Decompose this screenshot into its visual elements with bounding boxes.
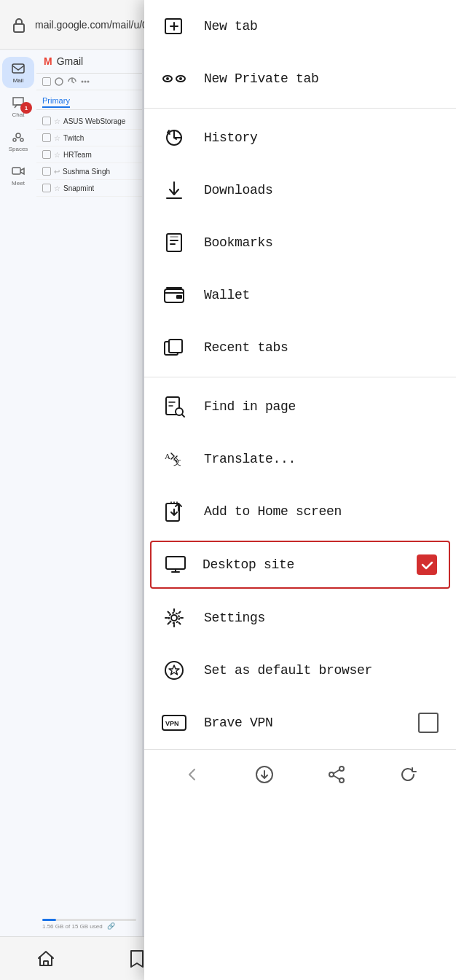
checkbox-unchecked-icon	[418, 713, 439, 733]
gmail-nav-mail: Mail 1	[2, 57, 34, 88]
svg-point-30	[165, 662, 183, 679]
downloads-label: Downloads	[204, 183, 273, 197]
new-tab-icon	[162, 14, 186, 39]
history-label: History	[204, 130, 258, 145]
menu-item-downloads[interactable]: Downloads	[144, 164, 456, 216]
menu-item-wallet[interactable]: Wallet	[144, 269, 456, 321]
add-home-label: Add to Home screen	[204, 504, 342, 519]
svg-rect-3	[12, 64, 24, 73]
lock-icon	[9, 15, 29, 35]
new-private-tab-label: New Private tab	[204, 71, 319, 86]
settings-icon	[162, 605, 186, 630]
add-home-icon	[162, 499, 186, 524]
menu-bottom-toolbar	[144, 749, 456, 799]
default-browser-icon	[162, 658, 186, 683]
downloads-icon	[162, 178, 186, 203]
find-icon	[162, 394, 186, 419]
svg-point-9	[82, 81, 84, 83]
share-button[interactable]	[321, 758, 353, 791]
recent-tabs-icon	[162, 335, 186, 360]
translate-icon: A 文	[162, 447, 186, 471]
private-tab-icon	[162, 66, 186, 91]
svg-point-4	[16, 133, 20, 138]
menu-divider-2	[144, 377, 456, 377]
menu-item-settings[interactable]: Settings	[144, 592, 456, 644]
svg-rect-0	[14, 24, 24, 32]
svg-point-6	[20, 138, 23, 141]
recent-tabs-label: Recent tabs	[204, 340, 288, 355]
new-tab-label: New tab	[204, 19, 258, 34]
translate-label: Translate...	[204, 452, 296, 466]
menu-item-bookmarks[interactable]: Bookmarks	[144, 216, 456, 269]
svg-point-36	[339, 778, 344, 783]
gmail-email-row: ☆ Twitch	[36, 130, 142, 146]
svg-point-28	[171, 615, 177, 621]
menu-item-translate[interactable]: A 文 Translate...	[144, 433, 456, 485]
brave-vpn-label: Brave VPN	[204, 716, 273, 730]
svg-text:A: A	[165, 452, 170, 460]
gmail-email-row: ☆ HRTeam	[36, 146, 142, 163]
svg-text:VPN: VPN	[165, 720, 179, 727]
gmail-main-content: M Gmail Primary ☆ ASUS WebStorage ☆ Twit…	[36, 50, 142, 936]
brave-vpn-checkbox[interactable]	[418, 713, 439, 733]
menu-item-recent-tabs[interactable]: Recent tabs	[144, 321, 456, 374]
svg-point-16	[179, 77, 182, 80]
desktop-site-checkbox[interactable]	[417, 554, 437, 575]
wallet-icon	[162, 283, 186, 307]
svg-point-11	[87, 81, 90, 83]
svg-point-10	[84, 81, 87, 83]
menu-item-add-home[interactable]: Add to Home screen	[144, 485, 456, 538]
gmail-sidebar: Mail 1 Chat Spaces Meet	[0, 50, 36, 936]
menu-item-brave-vpn[interactable]: VPN Brave VPN	[144, 697, 456, 749]
gmail-storage-info: 1.56 GB of 15 GB used 🔗	[36, 916, 142, 933]
gmail-email-row: ↩ Sushma Singh	[36, 163, 142, 180]
desktop-icon	[163, 552, 188, 577]
menu-item-desktop-site[interactable]: Desktop site	[150, 541, 450, 589]
svg-rect-37	[44, 961, 48, 965]
bookmarks-label: Bookmarks	[204, 235, 273, 250]
vpn-icon: VPN	[162, 710, 186, 735]
menu-item-set-default[interactable]: Set as default browser	[144, 644, 456, 697]
gmail-background: Mail 1 Chat Spaces Meet M Gmail Primary	[0, 0, 142, 980]
context-menu: New tab New Private tab History	[144, 0, 456, 980]
menu-item-history[interactable]: History	[144, 111, 456, 164]
settings-label: Settings	[204, 611, 265, 625]
back-button[interactable]	[176, 758, 208, 791]
desktop-site-label: Desktop site	[203, 557, 294, 572]
history-icon	[162, 125, 186, 150]
gmail-email-row: ☆ ASUS WebStorage	[36, 113, 142, 130]
wallet-label: Wallet	[204, 288, 250, 302]
menu-item-find-in-page[interactable]: Find in page	[144, 380, 456, 433]
find-in-page-label: Find in page	[204, 399, 296, 414]
svg-rect-7	[12, 168, 20, 174]
gmail-nav-meet: Meet	[2, 160, 34, 191]
svg-point-35	[329, 772, 334, 777]
checkbox-checked-icon	[417, 554, 437, 575]
gmail-nav-spaces: Spaces	[2, 125, 34, 157]
bookmarks-icon	[162, 230, 186, 255]
svg-point-34	[339, 767, 344, 771]
set-default-label: Set as default browser	[204, 663, 372, 678]
menu-item-new-tab[interactable]: New tab	[144, 0, 456, 52]
menu-item-new-private-tab[interactable]: New Private tab	[144, 52, 456, 105]
svg-rect-21	[169, 340, 182, 353]
svg-rect-19	[176, 295, 182, 299]
svg-point-5	[13, 138, 16, 141]
reload-button[interactable]	[393, 758, 425, 791]
home-button[interactable]	[28, 941, 64, 977]
svg-rect-27	[166, 557, 185, 569]
download-button[interactable]	[248, 758, 280, 791]
menu-divider-1	[144, 108, 456, 109]
svg-point-14	[166, 77, 169, 80]
gmail-email-row: ☆ Snapmint	[36, 180, 142, 197]
